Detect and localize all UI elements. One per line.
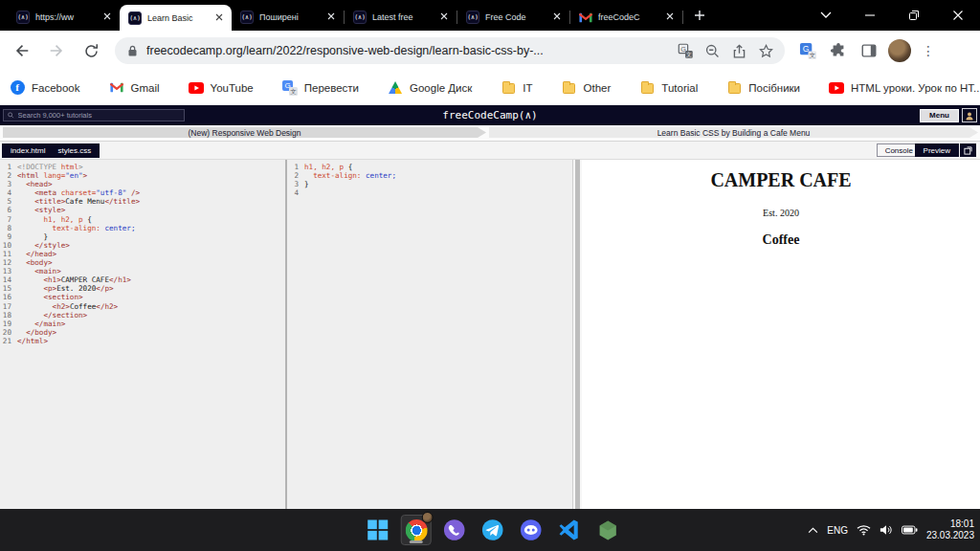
back-button[interactable] [10, 38, 34, 63]
tab-close-icon[interactable] [212, 11, 226, 25]
volume-icon[interactable] [880, 524, 893, 536]
scrollbar-thumb[interactable] [575, 160, 580, 509]
bookmark-item[interactable]: Посібники [726, 80, 800, 96]
code-line[interactable]: 1h1, h2, p { [287, 163, 572, 171]
css-editor-pane[interactable]: 1h1, h2, p {2 text-align: center;3}4 [285, 160, 572, 509]
forward-button[interactable] [44, 38, 69, 63]
extensions-button[interactable] [827, 39, 850, 62]
tab-title: Latest free [372, 12, 432, 22]
profile-avatar[interactable] [888, 39, 911, 62]
code-line[interactable]: 1<!DOCTYPE html> [0, 163, 285, 171]
tab-styles-css[interactable]: styles.css [57, 146, 91, 155]
line-number: 1 [0, 163, 17, 171]
fcc-favicon: (∧) [240, 11, 254, 24]
code-line[interactable]: 12 <body> [0, 258, 285, 267]
wifi-icon[interactable] [857, 524, 871, 536]
tray-date: 23.03.2023 [926, 530, 974, 541]
fcc-user-button[interactable] [962, 108, 977, 122]
bookmark-item[interactable]: G文Перевести [282, 80, 359, 96]
fcc-menu-button[interactable]: Menu [920, 109, 959, 122]
reload-button[interactable] [78, 38, 103, 63]
preview-window-button[interactable] [960, 143, 976, 157]
editor-tab-bar: index.html styles.css Console Preview [0, 142, 980, 160]
minimize-button[interactable] [848, 0, 892, 31]
taskbar-telegram-button[interactable] [478, 515, 508, 545]
zoom-out-button[interactable] [702, 41, 722, 60]
html-editor-pane[interactable]: 1<!DOCTYPE html>2<html lang="en">3 <head… [0, 160, 285, 509]
bookmark-item[interactable]: Other [562, 80, 612, 96]
code-line[interactable]: 14 <h1>CAMPER CAFE</h1> [0, 276, 285, 284]
code-line[interactable]: 11 </head> [0, 250, 285, 258]
url-text[interactable]: freecodecamp.org/learn/2022/responsive-w… [146, 44, 668, 57]
browser-tab[interactable]: (∧)https://ww [8, 4, 120, 31]
editor-scrollbar[interactable] [572, 160, 582, 509]
bookmark-item[interactable]: Google Диск [388, 80, 472, 96]
code-line[interactable]: 9 } [0, 232, 285, 241]
address-bar[interactable]: freecodecamp.org/learn/2022/responsive-w… [115, 37, 785, 64]
code-line[interactable]: 7 h1, h2, p { [0, 215, 285, 224]
tray-chevron-button[interactable] [808, 525, 818, 536]
breadcrumb-superblock[interactable]: (New) Responsive Web Design [3, 127, 486, 138]
tab-close-icon[interactable] [100, 11, 114, 24]
code-line[interactable]: 8 text-align: center; [0, 224, 285, 232]
bookmark-item[interactable]: HTML уроки. Урок по НТ... [829, 80, 980, 96]
taskbar-viber-button[interactable] [439, 515, 470, 545]
taskbar-start-button[interactable] [363, 515, 393, 545]
browser-tab[interactable]: (∧)Learn Basic [120, 5, 232, 31]
browser-tab[interactable]: (∧)Free Code [457, 4, 569, 31]
tab-close-icon[interactable] [663, 11, 677, 24]
bookmark-item[interactable]: Tutorial [639, 80, 698, 96]
fcc-favicon: (∧) [128, 11, 142, 25]
breadcrumb-block[interactable]: Learn Basic CSS by Building a Cafe Menu [489, 127, 978, 138]
taskbar-vscode-button[interactable] [554, 515, 585, 545]
restore-button[interactable] [892, 0, 936, 31]
taskbar-chrome-button[interactable] [401, 515, 432, 545]
share-button[interactable] [729, 41, 748, 60]
taskbar-node-button[interactable] [592, 515, 623, 545]
code-line[interactable]: 10 </style> [0, 241, 285, 250]
fcc-favicon: (∧) [240, 11, 254, 24]
code-line[interactable]: 4 <meta charset="utf-8" /> [0, 188, 285, 197]
code-line[interactable]: 6 <style> [0, 206, 285, 214]
clock[interactable]: 18:01 23.03.2023 [926, 518, 974, 541]
code-line[interactable]: 15 <p>Est. 2020</p> [0, 284, 285, 293]
tab-search-button[interactable] [804, 0, 848, 31]
translate-page-button[interactable]: G文 [676, 41, 695, 60]
bookmark-item[interactable]: IT [501, 80, 532, 96]
tab-index-html[interactable]: index.html [11, 146, 45, 155]
side-panel-button[interactable] [858, 39, 880, 62]
code-line[interactable]: 5 <title>Cafe Menu</title> [0, 197, 285, 206]
bookmark-star-button[interactable] [756, 41, 775, 60]
browser-tab[interactable]: (∧)Поширені [232, 4, 344, 31]
fcc-favicon: (∧) [128, 11, 142, 25]
browser-tab[interactable]: (∧)Latest free [345, 4, 457, 31]
battery-icon[interactable] [902, 525, 918, 535]
code-line[interactable]: 2<html lang="en"> [0, 171, 285, 180]
bookmark-item[interactable]: Gmail [109, 80, 160, 96]
tab-close-icon[interactable] [324, 11, 338, 24]
bookmark-item[interactable]: fFacebook [10, 80, 80, 96]
close-button[interactable] [936, 0, 980, 31]
code-line[interactable]: 3} [287, 180, 572, 188]
code-line[interactable]: 3 <head> [0, 180, 285, 188]
code-line[interactable]: 16 <section> [0, 293, 285, 301]
code-line[interactable]: 18 </section> [0, 311, 285, 320]
code-line[interactable]: 2 text-align: center; [287, 171, 572, 180]
new-tab-button[interactable] [687, 3, 712, 28]
code-line[interactable]: 19 </main> [0, 320, 285, 328]
code-line[interactable]: 20 </body> [0, 328, 285, 337]
language-indicator[interactable]: ENG [827, 525, 848, 536]
code-line[interactable]: 17 <h2>Coffee</h2> [0, 302, 285, 311]
browser-tab[interactable]: freeCodeC [570, 4, 682, 31]
taskbar-discord-button[interactable] [516, 515, 546, 545]
translate-extension-button[interactable]: G文 [796, 39, 819, 62]
tab-close-icon[interactable] [550, 11, 564, 24]
code-line[interactable]: 13 <main> [0, 267, 285, 276]
code-line[interactable]: 4 [287, 188, 572, 197]
browser-menu-button[interactable]: ⋮ [919, 43, 938, 58]
preview-button[interactable]: Preview [915, 143, 959, 157]
translate-icon: G文 [678, 43, 694, 59]
code-line[interactable]: 21</html> [0, 337, 285, 345]
bookmark-item[interactable]: YouTube [189, 80, 254, 96]
tab-close-icon[interactable] [437, 11, 451, 24]
